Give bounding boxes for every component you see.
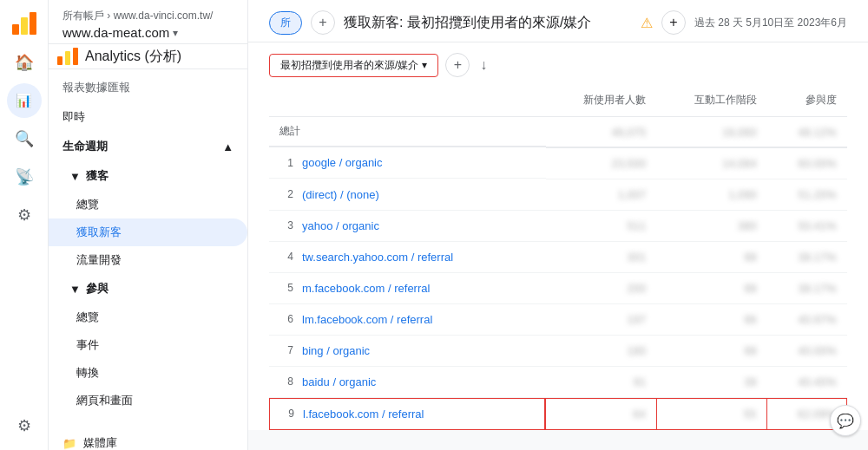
- sidebar-group-lifecycle[interactable]: 生命週期 ▲: [49, 132, 247, 161]
- filter-all-chip[interactable]: 所: [269, 11, 302, 35]
- table-cell-source: 8baidu / organic: [269, 367, 546, 398]
- nav-reports-icon[interactable]: 📊: [7, 83, 42, 118]
- page-title: 獲取新客: 最初招攬到使用者的來源/媒介: [344, 14, 632, 32]
- row-source-link[interactable]: lm.facebook.com / referral: [302, 313, 432, 326]
- table-cell-metric-1: 380: [656, 211, 766, 242]
- nav-configure-icon[interactable]: ⚙: [7, 198, 42, 232]
- row-source-link[interactable]: (direct) / (none): [302, 188, 379, 201]
- table-cell-metric-2: 50.41%: [767, 211, 847, 242]
- svg-rect-2: [30, 12, 36, 35]
- row-source-link[interactable]: tw.search.yahoo.com / referral: [302, 251, 453, 264]
- svg-rect-3: [57, 56, 62, 65]
- logo-area: Analytics (分析): [56, 44, 181, 68]
- sidebar: 所有帳戶 › www.da-vinci.com.tw/ www.da-meat.…: [49, 0, 248, 450]
- main-content-wrapper: 所 + 獲取新客: 最初招攬到使用者的來源/媒介 ⚠ + 過去 28 天 5月1…: [248, 0, 868, 450]
- row-source-link[interactable]: l.facebook.com / referral: [303, 408, 424, 421]
- table-cell-metric-1: 55: [656, 398, 766, 430]
- svg-rect-0: [12, 24, 19, 35]
- dimension-chip[interactable]: 最初招攬到使用者的來源/媒介 ▾: [269, 54, 438, 77]
- sidebar-media-library[interactable]: 📁 媒體庫: [49, 428, 247, 450]
- table-row: 5m.facebook.com / referral2009838.17%: [269, 273, 847, 304]
- table-cell-metric-1: 98: [656, 336, 766, 367]
- nav-home-icon[interactable]: 🏠: [7, 45, 42, 80]
- table-cell-metric-1: 14,084: [656, 147, 766, 179]
- feedback-button[interactable]: 💬: [830, 405, 861, 436]
- table-summary-row: 總計 46,075 16,060 48.12%: [269, 117, 847, 148]
- sidebar-group-engagement[interactable]: ▼ 參與: [49, 274, 247, 303]
- breadcrumb-domain-top: 所有帳戶 › www.da-vinci.com.tw/: [62, 9, 233, 23]
- table-cell-metric-0: 301: [546, 242, 656, 273]
- row-number: 5: [279, 282, 293, 294]
- table-cell-metric-0: 64: [546, 398, 656, 430]
- row-number: 7: [279, 344, 293, 356]
- table-row: 1google / organic23,50014,08460.00%: [269, 147, 847, 179]
- report-controls: 最初招攬到使用者的來源/媒介 ▾ + ↓: [248, 42, 868, 84]
- table-cell-source: 5m.facebook.com / referral: [269, 273, 546, 304]
- row-source-link[interactable]: m.facebook.com / referral: [302, 282, 430, 295]
- table-cell-metric-2: 40.00%: [767, 336, 847, 367]
- table-row: 3yahoo / organic51138050.41%: [269, 211, 847, 242]
- sidebar-item-pages[interactable]: 網頁和畫面: [49, 387, 247, 414]
- table-row: 6lm.facebook.com / referral1979640.97%: [269, 304, 847, 336]
- table-cell-metric-1: 1,090: [656, 179, 766, 211]
- col-header-source: [269, 84, 546, 117]
- table-row: 9l.facebook.com / referral645562.09%: [269, 398, 847, 430]
- add-metric-btn[interactable]: +: [661, 10, 686, 35]
- sidebar-report-header: 報表數據匯報: [49, 69, 247, 102]
- table-cell-metric-2: 40.40%: [767, 367, 847, 398]
- table-cell-source: 3yahoo / organic: [269, 211, 546, 242]
- col-header-engagement-rate: 參與度: [767, 84, 847, 117]
- row-number: 2: [279, 188, 293, 200]
- sidebar-item-realtime[interactable]: 即時: [49, 102, 247, 132]
- add-filter-btn[interactable]: +: [311, 10, 335, 35]
- svg-rect-5: [73, 48, 78, 65]
- sidebar-item-new-users[interactable]: 獲取新客: [49, 218, 247, 246]
- row-number: 3: [279, 219, 293, 232]
- row-source-link[interactable]: bing / organic: [302, 344, 370, 357]
- report-table: 新使用者人數 互動工作階段 參與度 總計: [269, 84, 847, 430]
- nav-settings-icon[interactable]: ⚙: [7, 408, 42, 443]
- table-row: 8baidu / organic913840.40%: [269, 367, 847, 398]
- analytics-logo: [9, 7, 40, 38]
- svg-rect-4: [65, 51, 70, 65]
- table-cell-metric-1: 38: [656, 367, 766, 398]
- row-source-link[interactable]: yahoo / organic: [302, 219, 379, 232]
- table-cell-metric-2: 40.97%: [767, 304, 847, 336]
- table-cell-metric-0: 91: [546, 367, 656, 398]
- table-cell-source: 4tw.search.yahoo.com / referral: [269, 242, 546, 273]
- svg-rect-1: [21, 17, 28, 35]
- col-header-engagement-sessions: 互動工作階段: [656, 84, 766, 117]
- row-number: 9: [280, 408, 294, 420]
- sort-down-icon: ↓: [480, 57, 487, 73]
- nav-explore-icon[interactable]: 🔍: [7, 121, 42, 156]
- table-cell-metric-0: 197: [546, 304, 656, 336]
- table-header-row: 新使用者人數 互動工作階段 參與度: [269, 84, 847, 117]
- domain-selector[interactable]: www.da-meat.com ▾: [62, 25, 233, 40]
- table-cell-source: 1google / organic: [269, 147, 546, 179]
- table-cell-metric-0: 180: [546, 336, 656, 367]
- sidebar-group-acquisition[interactable]: ▼ 獲客: [49, 161, 247, 191]
- table-cell-metric-0: 511: [546, 211, 656, 242]
- sidebar-item-engagement-overview[interactable]: 總覽: [49, 303, 247, 331]
- left-nav: 🏠 📊 🔍 📡 ⚙ ⚙: [0, 0, 49, 450]
- table-row: 2(direct) / (none)1,0071,09051.20%: [269, 179, 847, 211]
- table-cell-metric-0: 23,500: [546, 147, 656, 179]
- row-number: 8: [279, 375, 293, 388]
- sidebar-item-events[interactable]: 事件: [49, 331, 247, 359]
- table-cell-source: 7bing / organic: [269, 336, 546, 367]
- table-cell-metric-0: 200: [546, 273, 656, 304]
- table-cell-metric-1: 98: [656, 273, 766, 304]
- add-dimension-btn[interactable]: +: [445, 53, 470, 77]
- nav-advertising-icon[interactable]: 📡: [7, 160, 42, 194]
- app-title: Analytics (分析): [85, 48, 181, 66]
- row-source-link[interactable]: google / organic: [302, 156, 383, 169]
- sidebar-item-traffic[interactable]: 流量開發: [49, 246, 247, 274]
- table-cell-source: 2(direct) / (none): [269, 179, 546, 211]
- sidebar-item-acquisition-overview[interactable]: 總覽: [49, 191, 247, 218]
- row-source-link[interactable]: baidu / organic: [302, 375, 376, 388]
- sidebar-item-conversions[interactable]: 轉換: [49, 359, 247, 387]
- row-number: 1: [279, 157, 293, 169]
- table-cell-metric-2: 38.17%: [767, 242, 847, 273]
- dimension-dropdown-icon: ▾: [422, 59, 427, 71]
- table-cell-metric-2: 38.17%: [767, 273, 847, 304]
